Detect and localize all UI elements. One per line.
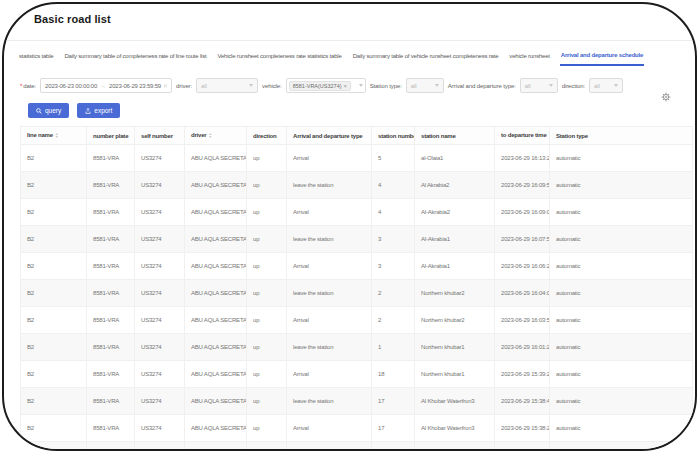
table-cell: 8581-VRA [87, 415, 135, 442]
tab-arrival-departure-schedule[interactable]: Arrival and departure schedule [560, 48, 644, 66]
table-cell: ABU AQLA SECRETAR... [185, 415, 247, 442]
table-cell: 8581-VRA [87, 172, 135, 199]
table-cell: Arrival [287, 199, 372, 226]
query-button[interactable]: query [28, 103, 69, 118]
table-body: B28581-VRAUS3274ABU AQLA SECRETAR...upAr… [21, 145, 693, 452]
table-cell: B2 [21, 334, 87, 361]
table-cell: 1 [372, 334, 415, 361]
settings-gear-icon[interactable] [661, 88, 671, 106]
date-range-arrow: → [100, 83, 106, 89]
table-cell: Northern khubar1 [415, 334, 495, 361]
table-cell: B2 [21, 442, 87, 452]
vehicle-select[interactable]: 8581-VRA(US3274) × [286, 78, 366, 93]
table-cell: 16 [372, 442, 415, 452]
table-cell: US3274 [135, 307, 185, 334]
table-cell: leave the station [287, 334, 372, 361]
table-cell: 18 [372, 361, 415, 388]
table-cell: up [247, 442, 287, 452]
table-cell: 2 [372, 280, 415, 307]
table-cell: B2 [21, 307, 87, 334]
table-cell: 2023-06-29 15:38:22 [495, 415, 550, 442]
col-driver[interactable]: driver▲▼ [185, 127, 247, 145]
table-header-row: line name▲▼ number plate self number dri… [21, 127, 693, 145]
arrival-type-select[interactable]: all [520, 78, 558, 93]
table-cell: US3274 [135, 226, 185, 253]
tab-vehicle-runsheet-completeness-stats[interactable]: Vehicle runsheet completeness rate stati… [216, 49, 342, 65]
query-button-label: query [45, 107, 61, 114]
table-cell: automatic [550, 172, 693, 199]
chevron-down-icon [435, 84, 439, 87]
table-cell: automatic [550, 415, 693, 442]
table-cell: US3274 [135, 442, 185, 452]
arrival-type-label: Arrival and departure type: [448, 83, 516, 89]
table-cell: automatic [550, 442, 693, 452]
table-cell: ABU AQLA SECRETAR... [185, 253, 247, 280]
col-station-number: station number [372, 127, 415, 145]
table-cell: automatic [550, 388, 693, 415]
table-cell: ABU AQLA SECRETAR... [185, 199, 247, 226]
table-cell: US3274 [135, 172, 185, 199]
table-cell: automatic [550, 199, 693, 226]
table-cell: B2 [21, 172, 87, 199]
table-cell: Arrival [287, 253, 372, 280]
date-from-value: 2023-06-23 00:00:00 [45, 83, 97, 89]
tab-statistics-table[interactable]: statistics table [18, 49, 54, 65]
vehicle-tag-label: 8581-VRA(US3274) [293, 83, 342, 89]
table-cell: ABU AQLA SECRETAR... [185, 442, 247, 452]
header-divider [4, 40, 695, 41]
table-cell: 3 [372, 253, 415, 280]
chevron-down-icon [549, 84, 553, 87]
table-row: B28581-VRAUS3274ABU AQLA SECRETAR...upAr… [21, 415, 693, 442]
direction-select[interactable]: all [589, 78, 623, 93]
table-cell: 2023-06-29 16:04:05 [495, 280, 550, 307]
table-cell: US3274 [135, 199, 185, 226]
table-cell: 8581-VRA [87, 280, 135, 307]
table-cell: 2023-06-29 16:01:29 [495, 334, 550, 361]
vehicle-tag-close-icon[interactable]: × [344, 83, 348, 89]
required-asterisk: * [20, 83, 22, 89]
driver-select[interactable]: all [196, 78, 258, 93]
table-cell: B2 [21, 199, 87, 226]
table-cell: leave the station [287, 388, 372, 415]
table-cell: B2 [21, 253, 87, 280]
tab-daily-summary-vehicle-runsheet[interactable]: Daily summary table of vehicle runsheet … [352, 49, 500, 65]
date-range-input[interactable]: 2023-06-23 00:00:00 → 2023-06-29 23:59:5… [40, 78, 172, 93]
table-cell: up [247, 253, 287, 280]
table-cell: B2 [21, 226, 87, 253]
table-cell: 2023-06-29 16:09:56 [495, 172, 550, 199]
table-cell: up [247, 415, 287, 442]
table-row: B28581-VRAUS3274ABU AQLA SECRETAR...uple… [21, 226, 693, 253]
table-cell: 8581-VRA [87, 199, 135, 226]
table-cell: B2 [21, 388, 87, 415]
page-title: Basic road list [34, 13, 111, 25]
table-cell: B2 [21, 280, 87, 307]
table-cell: ABU AQLA SECRETAR... [185, 388, 247, 415]
table-cell: Al Khobar Waterfron3 [415, 415, 495, 442]
table-cell: up [247, 334, 287, 361]
station-type-select[interactable]: all [406, 78, 444, 93]
export-button[interactable]: export [77, 103, 120, 118]
table-row: B28581-VRAUS3274ABU AQLA SECRETAR...upAr… [21, 145, 693, 172]
schedule-table: line name▲▼ number plate self number dri… [20, 126, 692, 451]
table-cell: US3274 [135, 361, 185, 388]
sort-icon[interactable]: ▲▼ [55, 133, 58, 139]
col-line-name[interactable]: line name▲▼ [21, 127, 87, 145]
table-cell: 8581-VRA [87, 253, 135, 280]
sort-icon[interactable]: ▲▼ [208, 133, 211, 139]
table-cell: leave the station [287, 226, 372, 253]
table-cell: 8581-VRA [87, 145, 135, 172]
table-row: B28581-VRAUS3274ABU AQLA SECRETAR...uple… [21, 388, 693, 415]
tab-daily-summary-line-route[interactable]: Daily summary table of completeness rate… [63, 49, 207, 65]
arrival-type-select-value: all [525, 83, 531, 89]
table-cell: 2023-06-29 15:36:48 [495, 442, 550, 452]
tab-vehicle-runsheet[interactable]: vehicle runsheet [508, 49, 551, 65]
table-cell: 4 [372, 172, 415, 199]
tab-bar: statistics table Daily summary table of … [18, 46, 695, 68]
filter-bar: *date: 2023-06-23 00:00:00 → 2023-06-29 … [20, 78, 665, 93]
table-cell: Arrival [287, 361, 372, 388]
table-cell: ABU AQLA SECRETAR... [185, 280, 247, 307]
table-cell: 3 [372, 226, 415, 253]
table-cell: up [247, 280, 287, 307]
table-cell: ABU AQLA SECRETAR... [185, 334, 247, 361]
col-to-departure-time[interactable]: to departure time▲▼ [495, 127, 550, 145]
